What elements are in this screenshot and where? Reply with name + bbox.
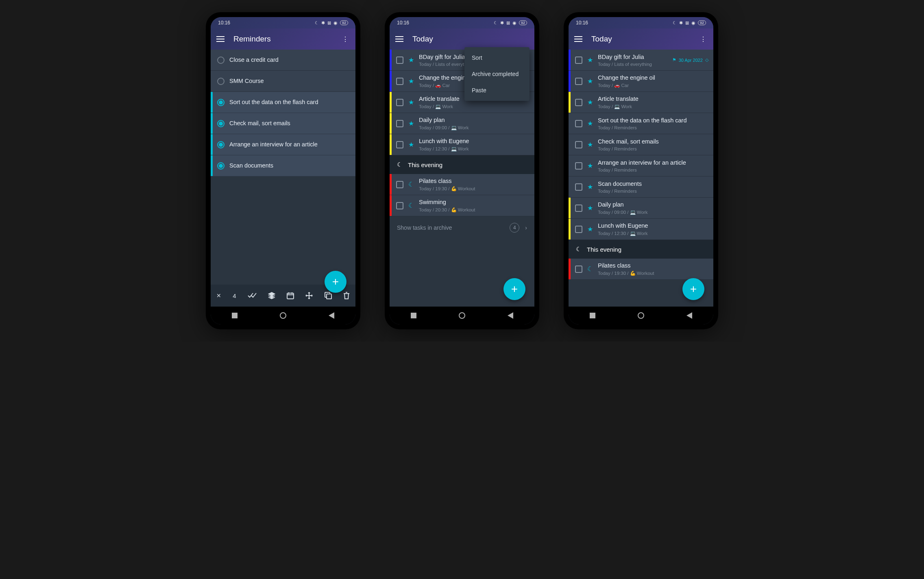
checkbox[interactable] [575,78,582,85]
layers-icon[interactable] [268,292,275,299]
task-row[interactable]: ★ Check mail, sort emails Today / Remind… [569,134,713,155]
task-row[interactable]: ★ Arrange an interview for an article To… [569,155,713,176]
task-list[interactable]: Close a credit card SMM Course Sort out … [211,50,355,285]
task-row[interactable]: ★ Sort out the data on the flash card To… [569,113,713,134]
checkbox[interactable] [575,205,582,212]
star-icon: ★ [408,98,414,106]
radio-selected-icon[interactable] [217,141,224,148]
task-title: Change the engine oil [598,74,708,82]
calendar-icon[interactable] [287,292,294,299]
task-sub: Today / Lists of everything [598,62,667,67]
color-stripe [390,134,392,155]
checkbox[interactable] [396,202,403,209]
task-sub: Today / Reminders [598,168,708,172]
star-icon: ★ [587,204,593,212]
task-row[interactable]: ☾ Pilates class Today / 19:30 / 💪 Workou… [390,174,534,195]
mute-icon: ⊠ [506,20,510,26]
star-icon: ★ [587,225,593,233]
task-row[interactable]: Close a credit card [211,50,355,71]
radio-selected-icon[interactable] [217,120,224,127]
checkbox[interactable] [575,226,582,233]
task-title: Pilates class [598,262,708,270]
back-icon[interactable] [508,312,513,319]
color-stripe [390,113,392,134]
delete-icon[interactable] [343,292,350,299]
task-title: Check mail, sort emails [598,138,708,146]
checkbox[interactable] [575,120,582,127]
checkbox[interactable] [396,181,403,188]
checkbox[interactable] [396,57,403,64]
menu-sort[interactable]: Sort [464,50,530,66]
recents-icon[interactable] [590,313,595,318]
evening-icon: ☾ [587,265,593,273]
checkbox[interactable] [575,183,582,191]
checkbox[interactable] [396,120,403,127]
task-row[interactable]: Sort out the data on the flash card [211,92,355,113]
checkbox[interactable] [575,266,582,273]
task-row[interactable]: ★ BDay gift for Julia Today / Lists of e… [569,50,713,71]
task-row[interactable]: Check mail, sort emails [211,113,355,134]
task-sub: Today / 09:00 / 💻 Work [419,125,530,131]
home-icon[interactable] [459,312,465,319]
task-row[interactable]: ★ Daily plan Today / 09:00 / 💻 Work [390,113,534,134]
task-row[interactable]: ☾ Swimming Today / 20:30 / 💪 Workout [390,195,534,216]
home-icon[interactable] [638,312,644,319]
kebab-icon[interactable]: ⋮ [699,35,708,43]
task-sub: Today / 12:30 / 💻 Work [598,231,708,236]
checkbox[interactable] [575,99,582,106]
task-sub: Today / Reminders [598,146,708,151]
home-icon[interactable] [280,312,286,319]
svg-rect-1 [327,294,331,299]
kebab-icon[interactable]: ⋮ [341,35,350,43]
color-stripe [569,71,571,91]
task-row[interactable]: ★ Scan documents Today / Reminders [569,176,713,198]
task-list[interactable]: ★ BDay gift for Julia Today / Lists of e… [569,50,713,307]
checkall-icon[interactable] [248,293,257,298]
task-row[interactable]: Arrange an interview for an article [211,134,355,155]
app-bar: Today ⋮ [569,28,713,50]
checkbox[interactable] [575,162,582,170]
radio-icon[interactable] [217,57,224,64]
task-row[interactable]: ★ Lunch with Eugene Today / 12:30 / 💻 Wo… [569,219,713,240]
radio-selected-icon[interactable] [217,162,224,170]
checkbox[interactable] [575,57,582,64]
task-row[interactable]: ★ Lunch with Eugene Today / 12:30 / 💻 Wo… [390,134,534,155]
copy-icon[interactable] [325,292,332,299]
app-bar: Today [390,28,534,50]
move-icon[interactable] [305,292,313,299]
task-title: Swimming [419,198,530,206]
checkbox[interactable] [396,141,403,148]
moon-icon: ☾ [673,20,677,26]
recents-icon[interactable] [411,313,416,318]
hamburger-icon[interactable] [574,36,583,42]
task-row[interactable]: ★ Article translate Today / 💻 Work [569,92,713,113]
fab-add-button[interactable]: + [503,278,525,300]
back-icon[interactable] [686,312,692,319]
archive-row[interactable]: Show tasks in archive 4 › [390,216,534,239]
hamburger-icon[interactable] [216,36,225,42]
page-title: Today [412,35,529,44]
checkbox[interactable] [396,78,403,85]
checkbox[interactable] [575,141,582,148]
task-row[interactable]: ☾ Pilates class Today / 19:30 / 💪 Workou… [569,259,713,280]
radio-selected-icon[interactable] [217,99,224,106]
close-icon[interactable]: ✕ [216,292,221,299]
task-row[interactable]: ★ Daily plan Today / 09:00 / 💻 Work [569,198,713,219]
recents-icon[interactable] [232,313,238,318]
task-row[interactable]: Scan documents [211,155,355,176]
hamburger-icon[interactable] [395,36,404,42]
fab-add-button[interactable]: + [325,271,346,293]
fab-add-button[interactable]: + [682,278,704,300]
color-stripe [390,92,392,113]
task-row[interactable]: SMM Course [211,71,355,92]
back-icon[interactable] [329,312,334,319]
status-bar: 10:16 ☾ ✱ ⊠ ◉ 92 [211,17,355,28]
menu-paste[interactable]: Paste [464,82,530,98]
task-title: Pilates class [419,177,530,185]
task-row[interactable]: ★ Change the engine oil Today / 🚗 Car [569,71,713,92]
evening-icon: ☾ [576,246,581,253]
radio-icon[interactable] [217,78,224,85]
color-stripe [569,219,571,239]
menu-archive-completed[interactable]: Archive completed [464,66,530,82]
checkbox[interactable] [396,99,403,106]
